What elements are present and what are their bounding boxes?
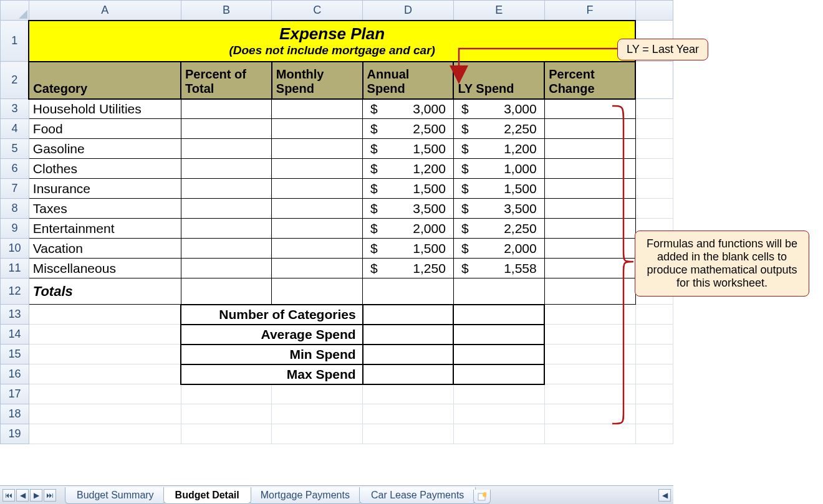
row-header-17[interactable]: 17: [1, 384, 29, 404]
header-annual-spend[interactable]: Annual Spend: [363, 62, 454, 99]
cell-change[interactable]: [544, 99, 635, 119]
row-header-14[interactable]: 14: [1, 325, 29, 345]
cell-pct[interactable]: [181, 99, 272, 119]
title-main: Expense Plan: [33, 24, 631, 44]
callout-ly-text: LY = Last Year: [627, 43, 699, 55]
tab-nav-first-icon[interactable]: ⏮: [2, 489, 15, 502]
row-header-11[interactable]: 11: [1, 259, 29, 278]
cell-monthly[interactable]: [272, 99, 363, 119]
col-header-D[interactable]: D: [363, 1, 454, 21]
header-monthly-spend[interactable]: Monthly Spend: [272, 62, 363, 99]
row-header-18[interactable]: 18: [1, 404, 29, 424]
summary-numcat-d[interactable]: [363, 305, 454, 325]
tab-nav-next-icon[interactable]: ▶: [30, 489, 42, 502]
row-header-3[interactable]: 3: [1, 99, 29, 119]
insert-sheet-icon[interactable]: [473, 490, 491, 504]
row-header-2[interactable]: 2: [1, 62, 29, 99]
col-header-C[interactable]: C: [272, 1, 363, 21]
sheet-tab-mortgage-payments[interactable]: Mortgage Payments: [249, 487, 362, 504]
sheet-tab-budget-summary[interactable]: Budget Summary: [65, 487, 166, 504]
sheet-tab-budget-detail[interactable]: Budget Detail: [163, 487, 251, 504]
col-header-F[interactable]: F: [544, 1, 635, 21]
col-header-A[interactable]: A: [29, 1, 181, 21]
cell-category[interactable]: Food: [29, 119, 181, 139]
sheet-tab-bar: ⏮ ◀ ▶ ⏭ Budget Summary Budget Detail Mor…: [0, 485, 673, 504]
summary-max-label[interactable]: Max Spend: [181, 364, 363, 384]
sheet-tab-car-lease-payments[interactable]: Car Lease Payments: [359, 487, 476, 504]
row-header-5[interactable]: 5: [1, 139, 29, 159]
col-header-B[interactable]: B: [181, 1, 272, 21]
cell-G2[interactable]: [635, 62, 673, 99]
header-percent-change[interactable]: Percent Change: [544, 62, 635, 99]
row-header-19[interactable]: 19: [1, 424, 29, 444]
col-header-E[interactable]: E: [453, 1, 544, 21]
summary-avg-label[interactable]: Average Spend: [181, 325, 363, 345]
cell-G3[interactable]: [635, 99, 673, 119]
row-header-6[interactable]: 6: [1, 159, 29, 179]
svg-marker-0: [19, 10, 27, 19]
cell-annual[interactable]: $3,000: [363, 99, 454, 119]
callout-ly: LY = Last Year: [617, 39, 708, 60]
row-header-16[interactable]: 16: [1, 364, 29, 384]
spreadsheet-grid[interactable]: A B C D E F 1 Expense Plan (Does not inc…: [0, 0, 673, 444]
row-header-4[interactable]: 4: [1, 119, 29, 139]
callout-formulas: Formulas and functions will be added in …: [635, 231, 809, 297]
tab-nav-last-icon[interactable]: ⏭: [44, 489, 56, 502]
callout-formulas-text: Formulas and functions will be added in …: [647, 237, 797, 289]
row-header-9[interactable]: 9: [1, 219, 29, 239]
row-header-10[interactable]: 10: [1, 239, 29, 259]
tab-nav-prev-icon[interactable]: ◀: [16, 489, 29, 502]
header-category[interactable]: Category: [29, 62, 181, 99]
summary-numcat-e[interactable]: [453, 305, 544, 325]
select-all-corner[interactable]: [1, 1, 29, 21]
row-header-15[interactable]: 15: [1, 345, 29, 364]
row-header-13[interactable]: 13: [1, 305, 29, 325]
cell-ly[interactable]: $3,000: [453, 99, 544, 119]
hscroll-left-icon[interactable]: ◀: [658, 489, 671, 502]
row-header-7[interactable]: 7: [1, 179, 29, 199]
header-ly-spend[interactable]: LY Spend: [453, 62, 544, 99]
summary-min-label[interactable]: Min Spend: [181, 345, 363, 364]
col-header-G[interactable]: [635, 1, 673, 21]
row-header-1[interactable]: 1: [1, 21, 29, 62]
summary-numcat-label[interactable]: Number of Categories: [181, 305, 363, 325]
row-header-8[interactable]: 8: [1, 199, 29, 219]
title-sub: (Does not include mortgage and car): [33, 44, 631, 57]
row-header-12[interactable]: 12: [1, 278, 29, 305]
totals-label[interactable]: Totals: [29, 278, 181, 305]
worksheet-area[interactable]: A B C D E F 1 Expense Plan (Does not inc…: [0, 0, 673, 444]
header-percent-total[interactable]: Percent of Total: [181, 62, 272, 99]
cell-category[interactable]: Household Utilities: [29, 99, 181, 119]
title-cell[interactable]: Expense Plan (Does not include mortgage …: [29, 21, 635, 62]
